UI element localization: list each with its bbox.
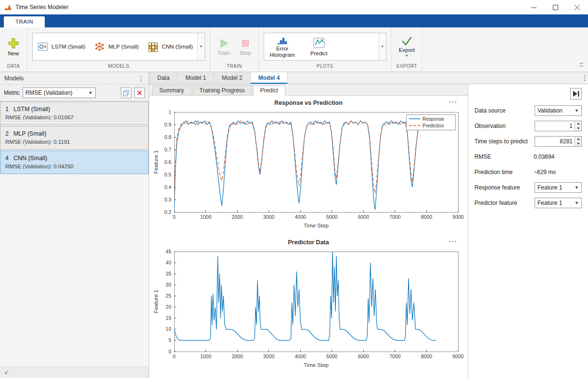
- spinner-down-icon[interactable]: [575, 126, 581, 131]
- models-panel-menu-button[interactable]: ⋮: [138, 75, 144, 82]
- svg-text:3000: 3000: [263, 353, 275, 359]
- gallery-item-mlp[interactable]: MLP (Small): [89, 33, 143, 60]
- observation-input[interactable]: [535, 121, 575, 131]
- response-feature-dropdown[interactable]: Feature 1 ▼: [535, 182, 582, 193]
- svg-text:1: 1: [168, 109, 171, 115]
- model-card-lstm[interactable]: 1 LSTM (Small) RMSE (Validation): 0.0106…: [0, 101, 149, 125]
- close-button[interactable]: [566, 0, 588, 14]
- chevron-down-icon: ▼: [89, 90, 93, 95]
- tab-summary[interactable]: Summary: [152, 85, 191, 96]
- gallery-item-label: LSTM (Small): [51, 44, 85, 50]
- tab-training-progress[interactable]: Training Progress: [192, 85, 252, 96]
- gallery-item-lstm[interactable]: LSTM (Small): [33, 33, 89, 60]
- minimize-panel-icon[interactable]: [3, 370, 9, 376]
- svg-text:0: 0: [173, 353, 176, 359]
- duplicate-icon: [122, 89, 130, 97]
- observation-label: Observation: [474, 123, 535, 129]
- model-card-mlp[interactable]: 2 MLP (Small) RMSE (Validation): 0.1191: [0, 126, 149, 150]
- models-gallery-expand-button[interactable]: ▾: [197, 33, 205, 60]
- document-tab-bar: Data Model 1 Model 2 Model 4 ⋮: [149, 72, 588, 84]
- svg-text:Prediction: Prediction: [422, 123, 444, 128]
- lstm-icon: [37, 41, 49, 52]
- rmse-label: RMSE: [474, 153, 534, 160]
- metric-dropdown[interactable]: RMSE (Validation) ▼: [23, 88, 96, 98]
- svg-text:7000: 7000: [389, 214, 401, 220]
- ribbon-tab-train[interactable]: TRAIN: [4, 16, 45, 27]
- observation-row: Observation: [474, 121, 582, 131]
- chevron-down-icon: ▼: [575, 185, 579, 190]
- svg-text:4000: 4000: [295, 353, 307, 359]
- chart-options-button[interactable]: ⋯: [448, 97, 457, 107]
- train-button-label: Train: [217, 50, 230, 56]
- tab-data[interactable]: Data: [149, 72, 178, 84]
- tab-model-4[interactable]: Model 4: [251, 72, 288, 84]
- spinner-up-icon[interactable]: [575, 137, 581, 141]
- models-panel-title: Models: [4, 75, 24, 82]
- time-steps-input[interactable]: [535, 137, 575, 146]
- predictor-feature-dropdown[interactable]: Feature 1 ▼: [535, 198, 582, 208]
- data-source-dropdown[interactable]: Validation ▼: [535, 105, 582, 116]
- data-source-row: Data source Validation ▼: [474, 105, 582, 116]
- rmse-value: 0.03694: [534, 153, 582, 160]
- section-label-export: EXPORT: [396, 63, 417, 71]
- svg-text:0.7: 0.7: [164, 147, 171, 152]
- run-prediction-button[interactable]: [570, 88, 582, 100]
- stop-button[interactable]: Stop: [237, 37, 254, 57]
- svg-text:0: 0: [173, 214, 176, 220]
- delete-model-button[interactable]: [134, 88, 145, 98]
- time-steps-row: Time steps to predict: [474, 136, 582, 147]
- train-button[interactable]: Train: [215, 37, 232, 57]
- tab-model-2[interactable]: Model 2: [214, 72, 251, 84]
- train-play-icon: [218, 38, 230, 49]
- svg-text:0.9: 0.9: [164, 122, 171, 127]
- chevron-down-icon: ▼: [575, 108, 579, 113]
- models-gallery: LSTM (Small): [32, 33, 205, 61]
- delete-x-icon: [136, 89, 143, 96]
- chart-options-button[interactable]: ⋯: [448, 236, 457, 247]
- svg-text:2000: 2000: [231, 214, 243, 220]
- predictor-data-chart: Predictor Data ⋯ 01000200030004000500060…: [152, 237, 465, 371]
- charts-area: Response vs Prediction ⋯ 010002000300040…: [149, 96, 468, 378]
- document-tab-menu-button[interactable]: ⋮: [575, 72, 588, 84]
- ribbon-section-data: New DATA: [0, 27, 27, 72]
- model-metric: RMSE (Validation): 0.01067: [5, 114, 143, 120]
- svg-text:Feature 1: Feature 1: [153, 290, 159, 313]
- gallery-item-predict[interactable]: Predict: [301, 33, 337, 60]
- model-card-cnn[interactable]: 4 CNN (Small) RMSE (Validation): 0.04250: [0, 151, 149, 174]
- gallery-item-label: Error Histogram: [266, 46, 299, 58]
- stop-button-label: Stop: [240, 50, 251, 56]
- ribbon-section-models: LSTM (Small): [27, 27, 210, 72]
- gallery-item-cnn[interactable]: CNN (Small): [143, 33, 197, 60]
- minimize-button[interactable]: [523, 0, 545, 14]
- new-button[interactable]: New: [5, 36, 22, 57]
- tab-model-1[interactable]: Model 1: [178, 72, 214, 84]
- maximize-icon: [553, 5, 558, 10]
- maximize-button[interactable]: [545, 0, 566, 14]
- data-source-label: Data source: [474, 107, 535, 114]
- chevron-down-icon: ▼: [575, 201, 579, 205]
- ribbon-section-train: Train Stop TRAIN: [210, 27, 259, 72]
- spinner-up-icon[interactable]: [575, 121, 581, 126]
- svg-text:3000: 3000: [263, 214, 275, 220]
- gallery-item-error-histogram[interactable]: Error Histogram: [264, 33, 301, 60]
- model-sub-tab-bar: Summary Training Progress Predict: [149, 84, 468, 96]
- tab-predict[interactable]: Predict: [253, 85, 285, 96]
- predictor-feature-row: Predictor feature Feature 1 ▼: [474, 198, 582, 208]
- prediction-time-value: ~629 ms: [534, 169, 582, 176]
- models-panel-header: Models ⋮: [0, 72, 149, 85]
- response-chart-canvas: 01000200030004000500060007000800090000.2…: [152, 108, 465, 231]
- section-label-train: TRAIN: [215, 63, 254, 71]
- spinner-down-icon[interactable]: [575, 141, 581, 146]
- data-source-value: Validation: [537, 107, 562, 114]
- collapse-ribbon-button[interactable]: [578, 63, 584, 69]
- svg-text:5: 5: [168, 337, 171, 343]
- svg-text:0.8: 0.8: [164, 134, 171, 140]
- svg-text:Response: Response: [422, 116, 444, 122]
- model-index: 4: [5, 155, 9, 162]
- duplicate-model-button[interactable]: [121, 88, 131, 98]
- model-name: MLP (Small): [13, 130, 47, 137]
- svg-text:1000: 1000: [200, 353, 212, 359]
- response-feature-row: Response feature Feature 1 ▼: [474, 182, 582, 193]
- plots-gallery-expand-button[interactable]: ▾: [379, 33, 386, 60]
- export-button[interactable]: Export ▾: [396, 35, 417, 59]
